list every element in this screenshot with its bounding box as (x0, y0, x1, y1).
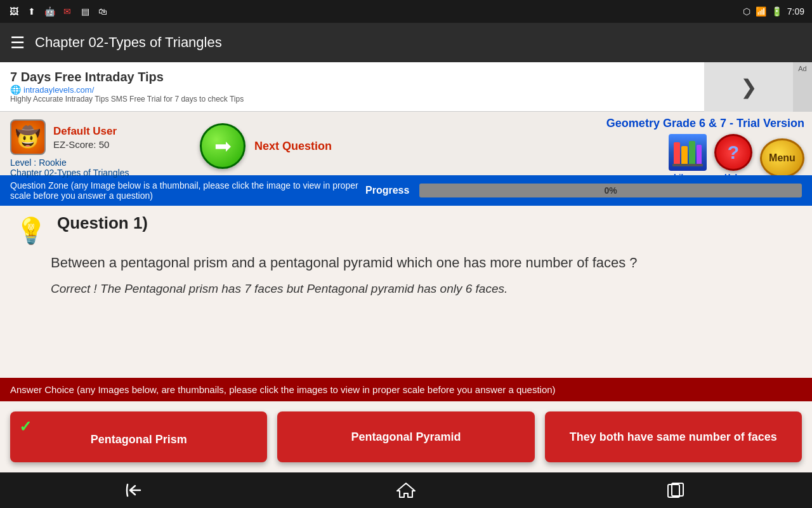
user-name: Default User (53, 125, 117, 138)
svg-rect-2 (689, 141, 695, 165)
hamburger-icon[interactable]: ☰ (10, 33, 25, 53)
android-icon: 🤖 (43, 5, 56, 18)
answer-label-0: Pentagonal Prism (91, 433, 187, 446)
progress-section: Progress 0% (365, 184, 802, 197)
clock: 7:09 (787, 6, 804, 17)
next-question-label: Next Question (254, 140, 332, 153)
content-wrapper: 🤠 Default User EZ-Score: 50 Level : Rook… (0, 112, 812, 472)
question-content: 💡 Question 1) Between a pentagonal prism… (0, 206, 812, 386)
next-question-area: ➡ Next Question (200, 123, 332, 169)
bottom-nav (0, 472, 812, 508)
home-button[interactable] (387, 478, 425, 503)
svg-rect-3 (697, 145, 702, 165)
avatar: 🤠 (10, 119, 46, 155)
library-button[interactable]: Library (669, 134, 707, 182)
menu-icon: Menu (760, 138, 804, 178)
answer-choice-text: Answer Choice (any Images below, are thu… (10, 384, 556, 395)
bottom-section: Answer Choice (any Images below, are thu… (0, 378, 812, 472)
progress-value: 0% (605, 185, 617, 196)
ad-banner: 7 Days Free Intraday Tips 🌐 intradayleve… (0, 62, 812, 112)
user-row: 🤠 Default User EZ-Score: 50 (10, 119, 187, 155)
toolbar-icons: Library ? Help Menu (669, 134, 804, 182)
ad-title: 7 Days Free Intraday Tips (10, 70, 694, 84)
ad-badge: Ad (793, 62, 812, 112)
ad-arrow-button[interactable]: ❯ (704, 62, 793, 112)
user-info: Default User EZ-Score: 50 (53, 125, 117, 150)
help-icon: ? (714, 134, 752, 171)
answer-label-2: They both have same number of faces (570, 431, 777, 444)
menu-label: Menu (769, 152, 796, 164)
library-icon (669, 134, 707, 171)
next-question-button[interactable]: ➡ (200, 123, 246, 169)
app-bar-title: Chapter 02-Types of Triangles (35, 34, 222, 51)
battery-icon: 🔋 (771, 6, 782, 17)
user-level: Level : Rookie (10, 157, 187, 168)
answer-button-2[interactable]: They both have same number of faces (545, 411, 802, 462)
answer-button-1[interactable]: Pentagonal Pyramid (277, 411, 534, 462)
recent-button[interactable] (658, 478, 696, 503)
answer-button-0[interactable]: ✓ Pentagonal Prism (10, 411, 267, 462)
progress-label: Progress (365, 185, 409, 196)
ad-content: 7 Days Free Intraday Tips 🌐 intradayleve… (0, 62, 704, 111)
user-score: EZ-Score: 50 (53, 139, 117, 150)
correct-answer: Correct ! The Pentagonal prism has 7 fac… (51, 281, 797, 298)
menu-button[interactable]: Menu (760, 138, 804, 178)
answer-label-1: Pentagonal Pyramid (351, 431, 461, 444)
status-right: ⬡ 📶 🔋 7:09 (743, 6, 804, 17)
gmail-icon: ✉ (61, 5, 74, 18)
question-body: Between a pentagonal prism and a pentago… (51, 253, 797, 273)
ad-description: Highly Accurate Intraday Tips SMS Free T… (10, 95, 694, 104)
svg-rect-1 (681, 146, 688, 165)
status-icons-left: 🖼 ⬆ 🤖 ✉ ▤ 🛍 (8, 5, 109, 18)
checkmark-icon: ✓ (19, 418, 32, 436)
app-subtitle: Geometry Grade 6 & 7 - Trial Version (606, 117, 804, 130)
wifi-icon: 📶 (756, 6, 766, 17)
lightbulb-icon: 💡 (15, 216, 47, 246)
photo-icon: 🖼 (8, 5, 20, 18)
upload-icon: ⬆ (25, 5, 38, 18)
help-button[interactable]: ? Help (714, 134, 752, 182)
bluetooth-icon: ⬡ (743, 6, 750, 17)
svg-rect-0 (674, 142, 680, 165)
content-body: Question Zone (any Image below is a thum… (0, 175, 812, 472)
bars-icon: ▤ (79, 5, 91, 18)
answer-buttons: ✓ Pentagonal Prism Pentagonal Pyramid Th… (0, 401, 812, 472)
user-panel: 🤠 Default User EZ-Score: 50 Level : Rook… (0, 112, 197, 185)
next-arrow-icon: ➡ (214, 134, 232, 158)
ad-url[interactable]: 🌐 intradaylevels.com/ (10, 84, 694, 95)
status-bar: 🖼 ⬆ 🤖 ✉ ▤ 🛍 ⬡ 📶 🔋 7:09 (0, 0, 812, 23)
app-bar: ☰ Chapter 02-Types of Triangles (0, 23, 812, 62)
back-button[interactable] (116, 478, 154, 503)
progress-bar: 0% (419, 184, 802, 197)
answer-choice-bar: Answer Choice (any Images below, are thu… (0, 378, 812, 401)
question-header: 💡 Question 1) (15, 213, 797, 246)
user-chapter: Chapter 02-Types of Triangles (10, 168, 187, 178)
bag-icon: 🛍 (96, 5, 109, 18)
svg-rect-4 (672, 164, 703, 166)
question-title: Question 1) (57, 213, 148, 233)
